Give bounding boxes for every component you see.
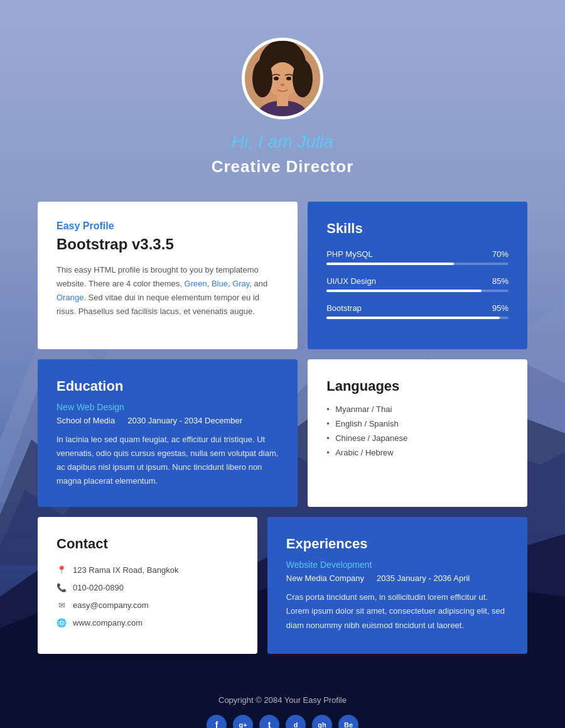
experience-description: Cras porta tincidunt sem, in sollicitudi… (286, 590, 508, 632)
link-orange[interactable]: Orange (56, 293, 83, 302)
social-facebook[interactable]: f (207, 715, 227, 728)
skill-uiux: UI/UX Design 85% (326, 276, 508, 292)
about-description: This easy HTML profile is brought to you… (56, 263, 279, 318)
about-card: Easy Profile Bootstrap v3.3.5 This easy … (38, 202, 298, 349)
lang-item-4: Arabic / Hebrew (326, 448, 508, 457)
footer: Copyright © 2084 Your Easy Profile f g+ … (0, 676, 565, 728)
contact-phone: 010-020-0890 (73, 583, 124, 592)
skill-uiux-percent: 85% (492, 276, 508, 286)
experience-period: 2035 January - 2036 April (377, 573, 470, 583)
experience-meta: New Media Company 2035 January - 2036 Ap… (286, 573, 508, 583)
skills-card: Skills PHP MySQL 70% UI/UX Design 85% (308, 202, 527, 349)
education-school: School of Media (56, 416, 115, 425)
hero-section: Hi, I am Julia Creative Director (0, 0, 565, 202)
lang-item-1: Myanmar / Thai (326, 405, 508, 414)
contact-website: www.company.com (73, 618, 143, 627)
link-green[interactable]: Green (185, 279, 207, 288)
social-behance[interactable]: Be (338, 715, 358, 728)
skill-php-name: PHP MySQL (326, 249, 372, 259)
avatar-img (245, 41, 320, 116)
main-grid: Easy Profile Bootstrap v3.3.5 This easy … (0, 202, 565, 676)
experience-title: Experiences (286, 536, 508, 552)
experience-card: Experiences Website Development New Medi… (267, 517, 527, 654)
lang-item-2: English / Spanish (326, 419, 508, 428)
languages-title: Languages (326, 378, 508, 394)
skill-bootstrap-bar (326, 317, 508, 319)
hero-title: Creative Director (13, 157, 552, 177)
svg-rect-15 (277, 94, 288, 106)
contact-email: easy@company.com (73, 600, 149, 610)
svg-point-18 (281, 84, 284, 86)
social-icons: f g+ t d gh Be (13, 715, 552, 728)
education-title: Education (56, 378, 279, 394)
row-1: Easy Profile Bootstrap v3.3.5 This easy … (38, 202, 527, 349)
contact-card: Contact 📍 123 Rama IX Road, Bangkok 📞 01… (38, 517, 257, 654)
education-meta: School of Media 2030 January - 2034 Dece… (56, 416, 279, 425)
skill-bootstrap-name: Bootstrap (326, 303, 362, 313)
link-gray[interactable]: Gray (232, 279, 249, 288)
location-icon: 📍 (56, 565, 67, 575)
contact-address-item: 📍 123 Rama IX Road, Bangkok (56, 565, 239, 575)
svg-point-12 (252, 60, 272, 97)
experience-company: New Media Company (286, 573, 364, 583)
experience-subtitle: Website Development (286, 560, 508, 570)
skills-title: Skills (326, 220, 508, 237)
about-tag: Easy Profile (56, 220, 279, 232)
avatar-ring (242, 38, 323, 119)
education-description: In lacinia leo sed quam feugiat, ac effi… (56, 433, 279, 488)
languages-list: Myanmar / Thai English / Spanish Chinese… (326, 405, 508, 457)
social-twitter[interactable]: t (259, 715, 279, 728)
footer-copyright: Copyright © 2084 Your Easy Profile (13, 695, 552, 705)
contact-address: 123 Rama IX Road, Bangkok (73, 565, 178, 575)
link-blue[interactable]: Blue (212, 279, 228, 288)
skill-php: PHP MySQL 70% (326, 249, 508, 265)
contact-email-item: ✉ easy@company.com (56, 600, 239, 610)
skill-php-percent: 70% (492, 249, 508, 259)
hero-greeting: Hi, I am Julia (13, 132, 552, 152)
skill-uiux-bar (326, 290, 508, 292)
row-2: Education New Web Design School of Media… (38, 359, 527, 507)
email-icon: ✉ (56, 600, 67, 610)
education-period: 2030 January - 2034 December (127, 416, 242, 425)
skill-bootstrap: Bootstrap 95% (326, 303, 508, 319)
social-github[interactable]: gh (312, 715, 332, 728)
globe-icon: 🌐 (56, 617, 67, 627)
social-google-plus[interactable]: g+ (233, 715, 253, 728)
phone-icon: 📞 (56, 582, 67, 592)
svg-point-17 (286, 77, 291, 80)
skill-php-bar (326, 263, 508, 265)
contact-phone-item: 📞 010-020-0890 (56, 582, 239, 592)
svg-point-16 (274, 77, 279, 80)
row-3: Contact 📍 123 Rama IX Road, Bangkok 📞 01… (38, 517, 527, 654)
svg-point-13 (293, 60, 313, 97)
lang-item-3: Chinese / Japanese (326, 433, 508, 443)
contact-title: Contact (56, 536, 239, 552)
contact-website-item: 🌐 www.company.com (56, 617, 239, 627)
about-title: Bootstrap v3.3.5 (56, 236, 279, 253)
skill-uiux-name: UI/UX Design (326, 276, 376, 286)
languages-card: Languages Myanmar / Thai English / Spani… (308, 359, 527, 507)
education-subtitle: New Web Design (56, 402, 279, 412)
education-card: Education New Web Design School of Media… (38, 359, 298, 507)
social-dribbble[interactable]: d (286, 715, 306, 728)
skill-bootstrap-percent: 95% (492, 303, 508, 313)
